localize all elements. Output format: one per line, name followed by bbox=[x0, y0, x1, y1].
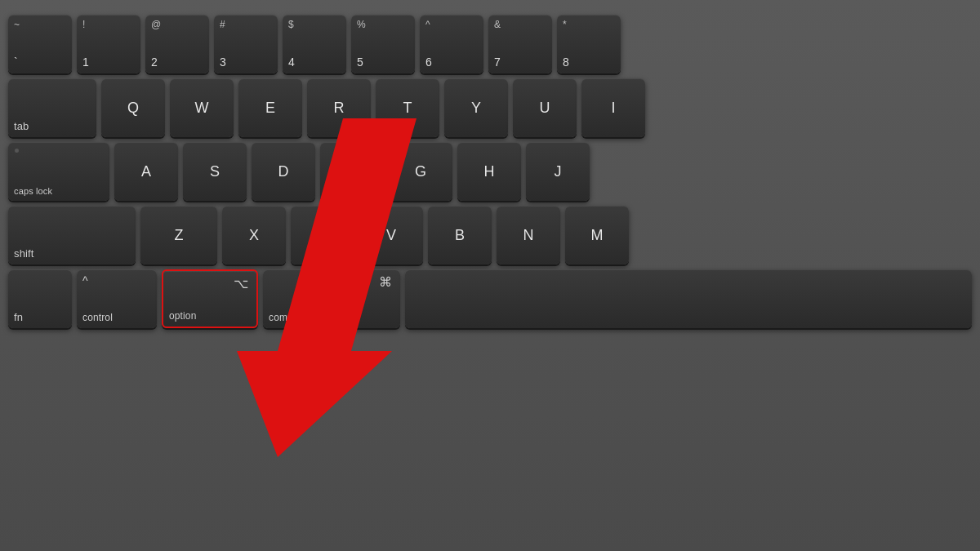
keyboard: ~ ` ! 1 @ 2 # 3 $ 4 % 5 ^ 6 & 7 bbox=[0, 0, 980, 551]
modifier-row: fn ^ control ⌥ option ⌘ command bbox=[8, 269, 972, 328]
key-q[interactable]: Q bbox=[101, 78, 165, 137]
key-fn[interactable]: fn bbox=[8, 269, 72, 328]
zxcv-row: shift Z X C V B N M bbox=[8, 206, 972, 264]
key-5[interactable]: % 5 bbox=[351, 15, 415, 73]
key-m[interactable]: M bbox=[565, 206, 629, 264]
key-h[interactable]: H bbox=[457, 142, 521, 201]
key-2[interactable]: @ 2 bbox=[145, 15, 209, 73]
key-shift[interactable]: shift bbox=[8, 206, 136, 264]
qwerty-row: tab Q W E R T Y U I bbox=[8, 78, 972, 137]
key-g[interactable]: G bbox=[389, 142, 452, 201]
key-tab[interactable]: tab bbox=[8, 78, 96, 137]
key-e[interactable]: E bbox=[238, 78, 302, 137]
key-a[interactable]: A bbox=[114, 142, 178, 201]
key-1[interactable]: ! 1 bbox=[77, 15, 140, 73]
key-d[interactable]: D bbox=[252, 142, 315, 201]
key-z[interactable]: Z bbox=[140, 206, 217, 264]
key-s[interactable]: S bbox=[183, 142, 247, 201]
key-u[interactable]: U bbox=[513, 78, 577, 137]
key-7[interactable]: & 7 bbox=[488, 15, 552, 73]
key-t[interactable]: T bbox=[376, 78, 439, 137]
key-8[interactable]: * 8 bbox=[557, 15, 621, 73]
key-6[interactable]: ^ 6 bbox=[420, 15, 483, 73]
key-y[interactable]: Y bbox=[444, 78, 508, 137]
key-r[interactable]: R bbox=[307, 78, 371, 137]
key-f[interactable]: F bbox=[320, 142, 384, 201]
key-4[interactable]: $ 4 bbox=[283, 15, 346, 73]
key-caps-lock[interactable]: caps lock bbox=[8, 142, 109, 201]
key-c[interactable]: C bbox=[291, 206, 354, 264]
key-w[interactable]: W bbox=[170, 78, 234, 137]
key-space[interactable] bbox=[405, 269, 972, 328]
key-control[interactable]: ^ control bbox=[77, 269, 157, 328]
key-option[interactable]: ⌥ option bbox=[162, 269, 258, 328]
asdf-row: caps lock A S D F G H J K bbox=[8, 142, 972, 201]
number-row: ~ ` ! 1 @ 2 # 3 $ 4 % 5 ^ 6 & 7 bbox=[8, 15, 972, 73]
key-command[interactable]: ⌘ command bbox=[263, 269, 400, 328]
key-3[interactable]: # 3 bbox=[214, 15, 278, 73]
key-j[interactable]: J bbox=[526, 142, 590, 201]
key-x[interactable]: X bbox=[222, 206, 286, 264]
key-b[interactable]: B bbox=[428, 206, 492, 264]
key-tilde[interactable]: ~ ` bbox=[8, 15, 72, 73]
key-i[interactable]: I bbox=[581, 78, 645, 137]
key-n[interactable]: N bbox=[497, 206, 560, 264]
key-v[interactable]: V bbox=[359, 206, 423, 264]
